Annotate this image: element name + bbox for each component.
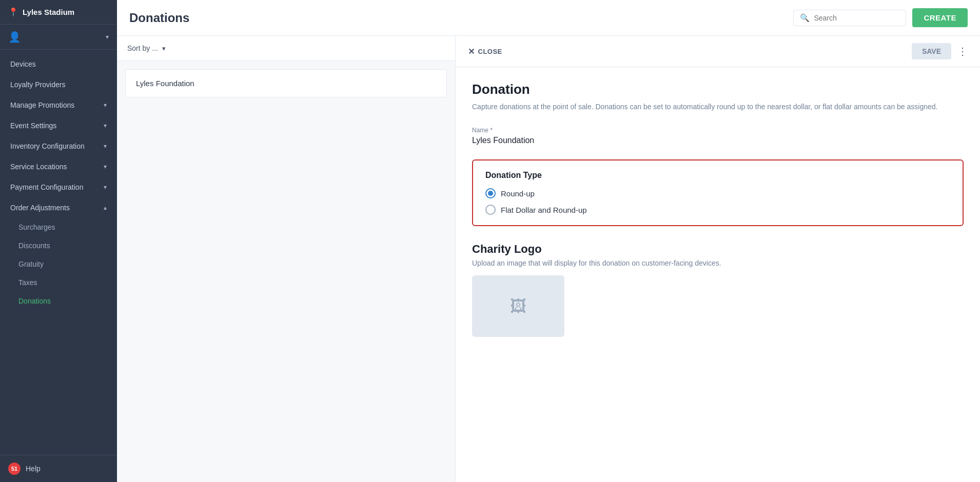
- list-item[interactable]: Lyles Foundation: [125, 69, 447, 97]
- charity-logo-desc: Upload an image that will display for th…: [472, 259, 964, 267]
- sidebar-item-order-adjustments[interactable]: Order Adjustments ▴: [0, 197, 117, 218]
- detail-header: ✕ CLOSE SAVE ⋮: [456, 36, 980, 67]
- search-box[interactable]: 🔍: [793, 10, 906, 26]
- radio-circle-flat-dollar[interactable]: [485, 205, 496, 215]
- image-icon: 🖼: [510, 297, 526, 316]
- top-bar: Donations 🔍 CREATE: [117, 0, 980, 36]
- sidebar-item-surcharges[interactable]: Surcharges: [0, 218, 117, 236]
- chevron-icon: ▾: [104, 102, 107, 109]
- sidebar-item-devices[interactable]: Devices: [0, 54, 117, 74]
- name-field-value: Lyles Foundation: [472, 136, 964, 145]
- search-input[interactable]: [814, 14, 899, 22]
- chevron-down-icon: ▾: [106, 33, 109, 41]
- detail-section-desc: Capture donations at the point of sale. …: [472, 102, 964, 112]
- main-content: Donations 🔍 CREATE Sort by ... ▾ Lyles F…: [117, 0, 980, 482]
- chevron-icon: ▾: [104, 184, 107, 191]
- sidebar-item-gratuity[interactable]: Gratuity: [0, 255, 117, 273]
- radio-circle-round-up[interactable]: [485, 188, 496, 198]
- list-toolbar: Sort by ... ▾: [117, 36, 455, 61]
- sidebar-item-event-settings[interactable]: Event Settings ▾: [0, 115, 117, 136]
- chevron-up-icon: ▴: [104, 204, 107, 211]
- search-icon: 🔍: [800, 13, 810, 23]
- location-icon: 📍: [8, 7, 18, 17]
- page-title: Donations: [129, 11, 189, 25]
- location-name: Lyles Stadium: [23, 8, 74, 16]
- sidebar-item-service-locations[interactable]: Service Locations ▾: [0, 156, 117, 177]
- radio-label-round-up: Round-up: [501, 189, 535, 198]
- sidebar-item-taxes[interactable]: Taxes: [0, 273, 117, 292]
- content-area: Sort by ... ▾ Lyles Foundation ✕ CLOSE S…: [117, 36, 980, 482]
- chevron-icon: ▾: [104, 122, 107, 129]
- donation-type-title: Donation Type: [485, 171, 950, 180]
- detail-panel: ✕ CLOSE SAVE ⋮ Donation Capture donation…: [456, 36, 980, 482]
- close-button[interactable]: ✕ CLOSE: [468, 47, 502, 56]
- sidebar-item-payment-configuration[interactable]: Payment Configuration ▾: [0, 177, 117, 197]
- sidebar-footer[interactable]: 51 Help: [0, 455, 117, 482]
- radio-flat-dollar[interactable]: Flat Dollar and Round-up: [485, 205, 950, 215]
- help-label: Help: [26, 465, 41, 473]
- sidebar-item-donations[interactable]: Donations: [0, 292, 117, 310]
- sidebar-item-loyalty-providers[interactable]: Loyalty Providers: [0, 74, 117, 95]
- sort-chevron-icon[interactable]: ▾: [162, 45, 166, 52]
- help-badge: 51: [8, 463, 21, 475]
- sort-label: Sort by ...: [127, 44, 158, 52]
- list-items: Lyles Foundation: [117, 61, 455, 482]
- close-icon: ✕: [468, 47, 475, 56]
- donation-type-box: Donation Type Round-up Flat Dollar and R…: [472, 159, 964, 226]
- create-button[interactable]: CREATE: [912, 8, 968, 27]
- top-bar-right: 🔍 CREATE: [793, 8, 968, 27]
- detail-header-right: SAVE ⋮: [912, 43, 968, 59]
- sidebar-item-discounts[interactable]: Discounts: [0, 236, 117, 255]
- sidebar-item-inventory-configuration[interactable]: Inventory Configuration ▾: [0, 136, 117, 156]
- chevron-icon: ▾: [104, 143, 107, 150]
- name-field-label: Name *: [472, 127, 964, 134]
- logo-placeholder[interactable]: 🖼: [472, 275, 564, 337]
- detail-body: Donation Capture donations at the point …: [456, 67, 980, 351]
- sidebar-item-manage-promotions[interactable]: Manage Promotions ▾: [0, 95, 117, 115]
- list-panel: Sort by ... ▾ Lyles Foundation: [117, 36, 456, 482]
- chevron-icon: ▾: [104, 163, 107, 170]
- charity-logo-title: Charity Logo: [472, 243, 964, 256]
- sidebar-user[interactable]: 👤 ▾: [0, 25, 117, 50]
- sidebar-nav: Devices Loyalty Providers Manage Promoti…: [0, 50, 117, 455]
- detail-section-title: Donation: [472, 82, 964, 97]
- sidebar-header: 📍 Lyles Stadium: [0, 0, 117, 25]
- more-options-button[interactable]: ⋮: [957, 45, 968, 57]
- user-icon: 👤: [8, 31, 21, 43]
- radio-round-up[interactable]: Round-up: [485, 188, 950, 198]
- sidebar: 📍 Lyles Stadium 👤 ▾ Devices Loyalty Prov…: [0, 0, 117, 482]
- save-button[interactable]: SAVE: [912, 43, 951, 59]
- radio-label-flat-dollar: Flat Dollar and Round-up: [501, 206, 587, 214]
